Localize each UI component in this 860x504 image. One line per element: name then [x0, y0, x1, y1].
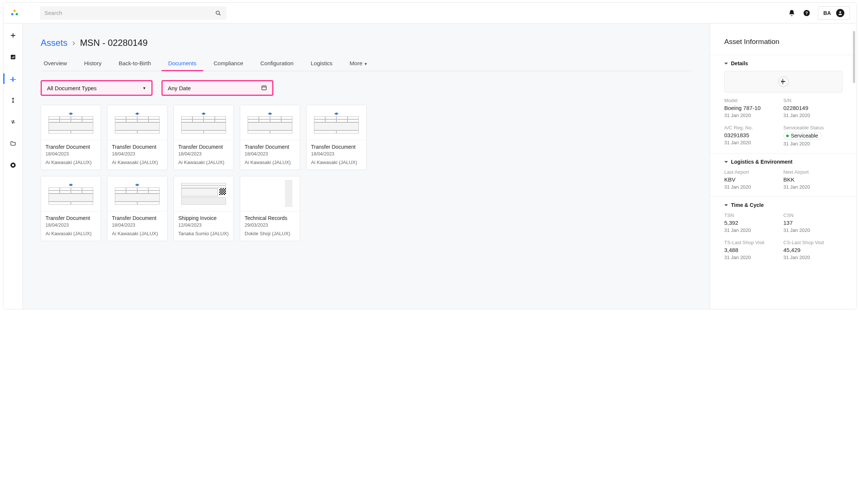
airplane-icon — [778, 76, 789, 87]
section-head-details[interactable]: Details — [710, 55, 857, 71]
kv-label: Next Airport — [784, 169, 843, 175]
svg-point-3 — [216, 11, 219, 14]
rail-settings[interactable] — [3, 158, 22, 172]
document-card[interactable]: Technical Records29/03/2023Dokite Shoji … — [240, 176, 300, 241]
svg-rect-12 — [13, 56, 13, 58]
document-title: Transfer Document — [112, 144, 163, 150]
caret-down-icon — [724, 63, 728, 64]
rail-folder[interactable] — [3, 137, 22, 150]
document-card[interactable]: Shipping Invoice12/04/2023Tanaka Sumio (… — [173, 176, 234, 241]
kv-sn: S/N 02280149 31 Jan 2020 — [784, 98, 843, 118]
user-menu[interactable]: BA — [818, 6, 850, 20]
tab-documents[interactable]: Documents — [165, 57, 200, 71]
document-thumbnail — [107, 105, 167, 140]
section-head-timecycle[interactable]: Time & Cycle — [710, 196, 857, 212]
kv-date: 31 Jan 2020 — [784, 255, 843, 260]
kv-date: 31 Jan 2020 — [784, 227, 843, 233]
document-title: Transfer Document — [178, 144, 229, 150]
kv-value: 137 — [784, 220, 843, 226]
kv-reg: A/C Reg. No. 03291835 31 Jan 2020 — [724, 125, 784, 147]
panel-title: Asset Information — [710, 23, 857, 55]
breadcrumb: Assets › MSN - 02280149 — [41, 38, 692, 48]
document-card[interactable]: Transfer Document18/04/2023Ai Kawasaki (… — [107, 105, 167, 170]
section-logistics-title: Logistics & Environment — [731, 159, 792, 165]
tab-overview[interactable]: Overview — [41, 57, 70, 71]
kv-label: S/N — [784, 98, 843, 103]
tabs: OverviewHistoryBack-to-BirthDocumentsCom… — [41, 57, 692, 71]
kv-date: 31 Jan 2020 — [784, 113, 843, 118]
svg-point-2 — [16, 13, 18, 15]
svg-rect-17 — [262, 86, 266, 90]
kv-value: Boeing 787-10 — [724, 105, 784, 111]
kv-label: Last Airport — [724, 169, 784, 175]
document-card[interactable]: Transfer Document18/04/2023Ai Kawasaki (… — [41, 176, 101, 241]
document-date: 18/04/2023 — [112, 223, 163, 228]
kv-tslsv: TS-Last Shop Visit 3,488 31 Jan 2020 — [724, 240, 784, 260]
document-owner: Ai Kawasaki (JALUX) — [112, 231, 163, 236]
kv-label: A/C Reg. No. — [724, 125, 784, 130]
notifications-icon[interactable] — [788, 9, 795, 17]
breadcrumb-root[interactable]: Assets — [41, 38, 68, 48]
status-badge: Serviceable — [784, 132, 822, 139]
kv-date: 31 Jan 2020 — [724, 255, 784, 260]
kv-status: Serviceable Status Serviceable 31 Jan 20… — [784, 125, 843, 147]
rail-transfers[interactable] — [3, 115, 22, 129]
section-head-logistics[interactable]: Logistics & Environment — [710, 153, 857, 169]
tab-configuration[interactable]: Configuration — [257, 57, 296, 71]
svg-rect-11 — [12, 57, 12, 58]
app-logo — [10, 9, 19, 18]
kv-value: 02280149 — [784, 105, 843, 111]
document-owner: Ai Kawasaki (JALUX) — [245, 160, 295, 165]
document-title: Transfer Document — [45, 215, 96, 221]
document-card[interactable]: Transfer Document18/04/2023Ai Kawasaki (… — [41, 105, 101, 170]
kv-value: KBV — [724, 176, 784, 183]
svg-rect-13 — [14, 56, 14, 59]
chevron-down-icon: ▼ — [142, 86, 146, 90]
tab-more[interactable]: More▼ — [347, 57, 371, 71]
kv-value: 3,488 — [724, 247, 784, 253]
rail-assets[interactable] — [3, 72, 22, 85]
svg-point-7 — [839, 11, 841, 13]
rail-add[interactable] — [3, 29, 22, 42]
breadcrumb-current: MSN - 02280149 — [80, 38, 147, 48]
tab-history[interactable]: History — [81, 57, 105, 71]
kv-label: Serviceable Status — [784, 125, 843, 130]
caret-down-icon — [724, 204, 728, 206]
document-card[interactable]: Transfer Document18/04/2023Ai Kawasaki (… — [107, 176, 167, 241]
filter-date[interactable]: Any Date — [161, 80, 273, 96]
kv-value: 5,392 — [724, 220, 784, 226]
tab-logistics[interactable]: Logistics — [308, 57, 335, 71]
document-title: Transfer Document — [311, 144, 362, 150]
rail-dashboard[interactable] — [3, 50, 22, 64]
tab-compliance[interactable]: Compliance — [211, 57, 246, 71]
svg-line-4 — [219, 14, 220, 15]
document-card[interactable]: Transfer Document18/04/2023Ai Kawasaki (… — [240, 105, 300, 170]
document-date: 18/04/2023 — [245, 151, 295, 157]
kv-tsn: TSN 5,392 31 Jan 2020 — [724, 212, 784, 233]
document-date: 18/04/2023 — [112, 151, 163, 157]
document-card[interactable]: Transfer Document18/04/2023Ai Kawasaki (… — [173, 105, 234, 170]
document-owner: Ai Kawasaki (JALUX) — [112, 160, 163, 165]
svg-text:?: ? — [805, 10, 808, 15]
document-title: Shipping Invoice — [178, 215, 229, 221]
search-input[interactable] — [44, 10, 214, 16]
section-details-title: Details — [731, 60, 748, 66]
document-thumbnail — [240, 105, 300, 140]
filter-date-label: Any Date — [168, 85, 191, 91]
kv-value: Serviceable — [791, 133, 818, 139]
document-thumbnail — [41, 105, 101, 140]
status-dot-icon — [786, 135, 789, 137]
search-icon — [214, 9, 222, 17]
document-title: Technical Records — [245, 215, 295, 221]
help-icon[interactable]: ? — [803, 9, 810, 17]
main-content: Assets › MSN - 02280149 OverviewHistoryB… — [23, 23, 710, 309]
filter-doc-type[interactable]: All Document Types ▼ — [41, 80, 153, 96]
tab-b2b[interactable]: Back-to-Birth — [116, 57, 154, 71]
kv-date: 31 Jan 2020 — [724, 184, 784, 190]
svg-rect-16 — [12, 102, 14, 103]
search-box[interactable] — [40, 6, 226, 20]
document-card[interactable]: Transfer Document18/04/2023Ai Kawasaki (… — [306, 105, 367, 170]
kv-label: TSN — [724, 212, 784, 218]
rail-maintenance[interactable] — [3, 94, 22, 107]
filter-doc-type-label: All Document Types — [47, 85, 97, 91]
